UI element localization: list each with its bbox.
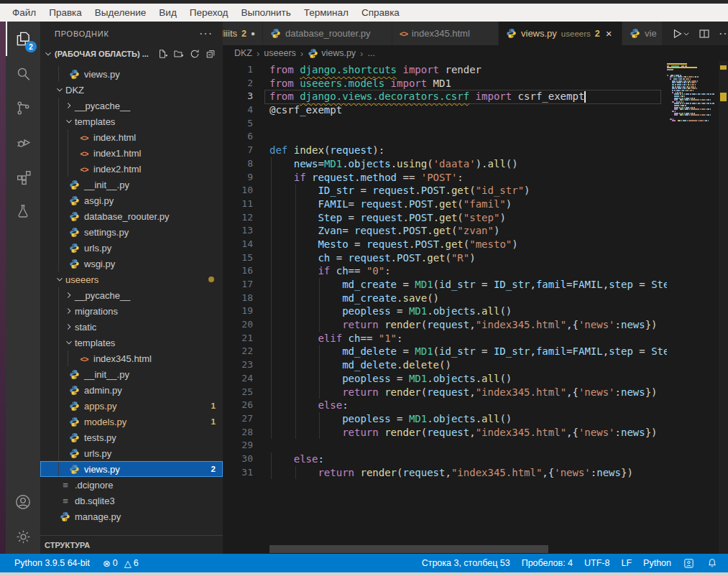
tree-item-urls-py[interactable]: urls.py (40, 240, 223, 256)
tree-item-useeers[interactable]: useeers (40, 271, 223, 287)
code-area[interactable]: 1from django.shortcuts import render2fro… (223, 61, 728, 554)
tree-item--dcignore[interactable]: ≡.dcignore (40, 477, 223, 493)
breadcrumb-item-views-py[interactable]: views.py (308, 48, 356, 59)
code-line-28[interactable]: 28 return render(request,"index345.html"… (223, 426, 667, 440)
new-folder-icon[interactable] (173, 49, 184, 59)
minimap[interactable] (667, 63, 719, 122)
menu-справка[interactable]: Справка (355, 7, 406, 18)
code-line-8[interactable]: 8 news=MD1.objects.using('daata').all() (223, 157, 667, 171)
activity-search[interactable] (6, 56, 40, 90)
more-actions-icon[interactable]: ··· (719, 27, 728, 40)
tab-diiits[interactable]: diiits2● (223, 22, 263, 45)
tree-item-views-py[interactable]: views.py2 (40, 461, 223, 477)
code-line-17[interactable]: 17 md_create = MD1(id_str = ID_str,famil… (223, 278, 667, 292)
menu-терминал[interactable]: Терминал (298, 7, 355, 18)
code-line-30[interactable]: 30 else: (223, 452, 667, 466)
tree-item--pycache-[interactable]: __pycache__ (40, 287, 223, 303)
status-пробелов-4[interactable]: Пробелов: 4 (522, 558, 573, 568)
code-line-22[interactable]: 22 md_delete = MD1(id_str = ID_str,famil… (223, 345, 667, 358)
problems-status[interactable]: ⊗ 0 △ 6 (103, 558, 139, 569)
code-line-11[interactable]: 11 FAMIL= request.POST.get("famil") (223, 198, 667, 211)
chevron-down-icon[interactable] (63, 116, 75, 126)
outline-section-header[interactable]: СТРУКТУРА (40, 535, 223, 554)
workspace-section-header[interactable]: (РАБОЧАЯ ОБЛАСТЬ) ... (40, 45, 223, 62)
code-line-23[interactable]: 23 md_delete.delete() (223, 358, 667, 372)
close-icon[interactable]: × (606, 27, 612, 40)
tab-vie[interactable]: vie (622, 22, 663, 45)
tree-item-db-sqlite3[interactable]: ≡db.sqlite3 (40, 493, 223, 508)
chevron-right-icon[interactable] (63, 322, 75, 332)
tree-item--init-py[interactable]: __init__.py (40, 366, 223, 382)
code-line-21[interactable]: 21 elif ch== "1": (223, 332, 667, 345)
activity-extensions[interactable] (6, 159, 40, 194)
collapse-all-icon[interactable] (206, 49, 216, 59)
code-line-25[interactable]: 25 return render(request,"index345.html"… (223, 386, 667, 399)
menu-вид[interactable]: Вид (152, 7, 183, 18)
tree-item-models-py[interactable]: models.py1 (40, 414, 223, 429)
chevron-down-icon[interactable] (54, 85, 65, 95)
tree-item-dkz[interactable]: DKZ (40, 82, 223, 98)
code-line-19[interactable]: 19 peopless = MD1.objects.all() (223, 305, 667, 318)
tree-item-views-py[interactable]: views.py (40, 66, 223, 82)
tree-item-index-html[interactable]: <>index.html (40, 129, 223, 145)
tree-item-static[interactable]: static (40, 319, 223, 335)
dirty-dot-icon[interactable]: ● (251, 29, 255, 37)
chevron-right-icon[interactable] (63, 306, 75, 316)
code-line-20[interactable]: 20 return render(request,"index345.html"… (223, 318, 667, 332)
notifications-bell-icon[interactable] (706, 557, 718, 569)
tree-item--pycache-[interactable]: __pycache__ (40, 98, 223, 113)
code-line-12[interactable]: 12 Step = request.POST.get("step") (223, 211, 667, 225)
horizontal-scrollbar[interactable] (269, 545, 548, 553)
activity-account[interactable] (6, 485, 40, 519)
breadcrumb-item--[interactable]: ... (367, 48, 374, 58)
chevron-down-icon[interactable] (43, 49, 53, 59)
code-line-31[interactable]: 31 return render(request,"index345.html"… (223, 466, 667, 480)
activity-explorer[interactable]: 2 (6, 22, 40, 56)
tab-views-py[interactable]: views.pyuseeers2× (499, 22, 622, 45)
tree-item-index1-html[interactable]: <>index1.html (40, 145, 223, 161)
breadcrumb[interactable]: DKZ›useeers›views.py›... (223, 45, 728, 61)
code-line-2[interactable]: 2from useeers.models import MD1 (223, 77, 667, 90)
code-line-7[interactable]: 7def index(request): (223, 144, 667, 157)
tab-database-roouter-py[interactable]: database_roouter.py (263, 22, 392, 45)
menu-правка[interactable]: Правка (42, 7, 88, 18)
code-line-15[interactable]: 15 ch = request.POST.get("R") (223, 251, 667, 265)
new-file-icon[interactable] (157, 49, 167, 59)
run-button[interactable] (671, 28, 690, 40)
menu-файл[interactable]: Файл (6, 7, 42, 18)
code-line-6[interactable]: 6 (223, 130, 667, 144)
vertical-scrollbar[interactable] (719, 61, 728, 554)
more-actions-icon[interactable]: ··· (199, 27, 213, 40)
code-line-26[interactable]: 26 else: (223, 399, 667, 412)
code-line-13[interactable]: 13 Zvan= request.POST.get("zvan") (223, 224, 667, 238)
code-line-24[interactable]: 24 peopless = MD1.objects.all() (223, 372, 667, 386)
tree-item-migrations[interactable]: migrations (40, 303, 223, 319)
status-lf[interactable]: LF (621, 558, 632, 568)
code-line-4[interactable]: 4@csrf_exempt (223, 103, 667, 117)
code-line-1[interactable]: 1from django.shortcuts import render (223, 63, 667, 77)
tree-item-index2-html[interactable]: <>index2.html (40, 161, 223, 177)
menu-переход[interactable]: Переход (183, 7, 235, 18)
tree-item-admin-py[interactable]: admin.py (40, 382, 223, 398)
refresh-icon[interactable] (190, 49, 200, 59)
tree-item-tests-py[interactable]: tests.py (40, 429, 223, 445)
tree-item--init-py[interactable]: __init__.py (40, 177, 223, 192)
tree-item-templates[interactable]: templates (40, 335, 223, 350)
code-line-3[interactable]: 3from django.views.decorators.csrf impor… (223, 90, 667, 103)
code-line-5[interactable]: 5 (223, 117, 667, 131)
code-line-14[interactable]: 14 Mesto = request.POST.get("mesto") (223, 238, 667, 251)
code-lines[interactable]: 1from django.shortcuts import render2fro… (223, 63, 667, 479)
status-строка-3-столбец-53[interactable]: Строка 3, столбец 53 (422, 558, 510, 568)
breadcrumb-item-useeers[interactable]: useeers (264, 48, 295, 58)
menu-выделение[interactable]: Выделение (88, 7, 153, 18)
chevron-down-icon[interactable] (54, 274, 65, 284)
code-line-29[interactable]: 29 (223, 439, 667, 452)
menu-выполнить[interactable]: Выполнить (234, 7, 297, 18)
activity-run-debug[interactable] (6, 125, 40, 159)
feedback-icon[interactable] (683, 557, 695, 570)
status-utf-8[interactable]: UTF-8 (584, 558, 609, 568)
tree-item-templates[interactable]: templates (40, 113, 223, 129)
chevron-down-icon[interactable] (63, 338, 75, 348)
python-interpreter-status[interactable]: Python 3.9.5 64-bit (14, 558, 90, 568)
tree-item-wsgi-py[interactable]: wsgi.py (40, 256, 223, 271)
